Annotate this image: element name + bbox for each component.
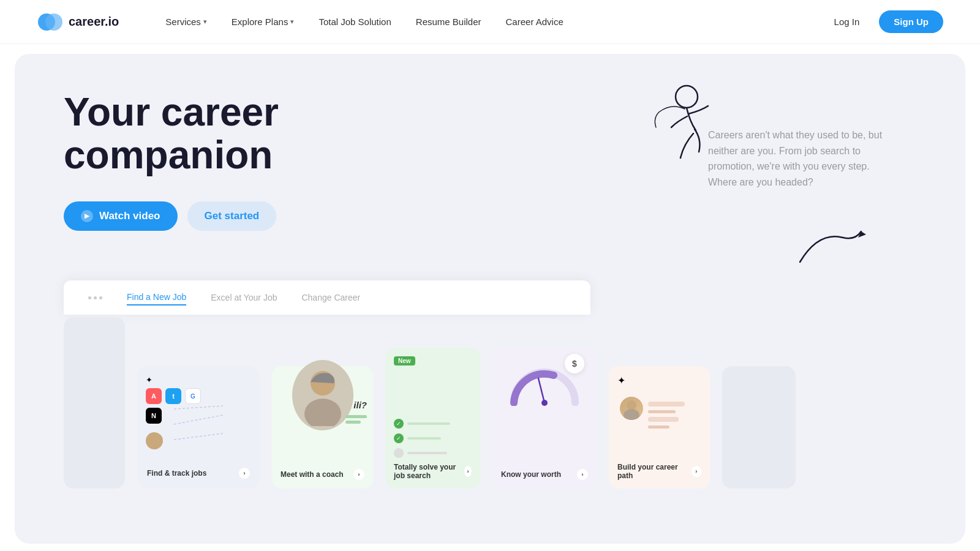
card-solve[interactable]: New ✓ ✓ Totally solve bbox=[385, 348, 480, 489]
tab-dot bbox=[94, 296, 97, 299]
coach-name-badge: ili? bbox=[353, 400, 367, 410]
career-avatar bbox=[620, 397, 643, 420]
tab-bar: Find a New Job Excel at Your Job Change … bbox=[64, 280, 590, 315]
placeholder-card-left bbox=[64, 317, 125, 489]
spark-icon: ✦ bbox=[146, 375, 156, 387]
svg-line-10 bbox=[538, 378, 545, 403]
tab-dot bbox=[99, 296, 102, 299]
hero-title: Your career companion bbox=[64, 91, 492, 177]
svg-line-5 bbox=[174, 406, 223, 409]
navbar: career.io Services ▾ Explore Plans ▾ Tot… bbox=[0, 0, 980, 44]
connect-lines bbox=[174, 403, 235, 454]
runner-illustration bbox=[641, 78, 733, 179]
tab-excel-at-job[interactable]: Excel at Your Job bbox=[211, 290, 277, 305]
arrow-button[interactable]: › bbox=[692, 466, 701, 477]
nav-actions: Log In Sign Up bbox=[824, 10, 943, 33]
card-find-track-label: Find & track jobs › bbox=[147, 468, 250, 479]
play-icon: ▶ bbox=[81, 210, 93, 222]
svg-line-6 bbox=[174, 415, 223, 424]
tab-find-new-job[interactable]: Find a New Job bbox=[127, 290, 186, 305]
coach-photo bbox=[292, 360, 353, 430]
notion-logo: N bbox=[146, 408, 162, 424]
twitter-logo: t bbox=[165, 388, 181, 404]
chevron-down-icon: ▾ bbox=[290, 18, 294, 26]
cards-area: ✦ A t G N Find & bbox=[64, 317, 965, 489]
dashboard-preview: Find a New Job Excel at Your Job Change … bbox=[64, 280, 965, 544]
nav-career-advice[interactable]: Career Advice bbox=[496, 12, 573, 32]
user-avatar bbox=[146, 432, 163, 449]
sparkle-icon: ✦ bbox=[617, 375, 625, 386]
dollar-badge: $ bbox=[565, 354, 584, 373]
svg-point-1 bbox=[45, 13, 62, 31]
check-item bbox=[394, 448, 472, 458]
arrow-button[interactable]: › bbox=[239, 468, 250, 479]
svg-point-12 bbox=[627, 400, 636, 410]
card-worth[interactable]: $ Know your worth › bbox=[492, 348, 597, 489]
check-line bbox=[407, 422, 450, 425]
svg-point-11 bbox=[541, 400, 548, 406]
arrow-button[interactable]: › bbox=[353, 469, 364, 480]
card-career[interactable]: ✦ Build your career path bbox=[609, 366, 710, 489]
tab-change-career[interactable]: Change Career bbox=[301, 290, 360, 305]
card-worth-label: Know your worth › bbox=[501, 469, 588, 480]
check-line bbox=[407, 437, 441, 440]
nav-links: Services ▾ Explore Plans ▾ Total Job Sol… bbox=[156, 12, 824, 32]
login-button[interactable]: Log In bbox=[824, 12, 870, 32]
svg-line-7 bbox=[174, 433, 223, 440]
airbnb-logo: A bbox=[146, 388, 162, 404]
checklist: ✓ ✓ bbox=[394, 419, 472, 458]
check-icon: ✓ bbox=[394, 433, 404, 443]
new-badge: New bbox=[394, 356, 415, 365]
nav-explore-plans[interactable]: Explore Plans ▾ bbox=[222, 12, 304, 32]
placeholder-card-right bbox=[722, 366, 796, 489]
nav-resume-builder[interactable]: Resume Builder bbox=[406, 12, 491, 32]
check-icon: ✓ bbox=[394, 419, 404, 429]
svg-point-13 bbox=[624, 409, 639, 420]
arrow-button[interactable]: › bbox=[577, 469, 588, 480]
check-line bbox=[407, 452, 447, 454]
logo-icon bbox=[37, 9, 64, 36]
arrow-button[interactable]: › bbox=[464, 466, 472, 477]
check-item: ✓ bbox=[394, 433, 472, 443]
svg-point-9 bbox=[304, 399, 341, 426]
card-career-label: Build your career path › bbox=[617, 463, 701, 480]
get-started-button[interactable]: Get started bbox=[187, 201, 277, 231]
coach-response-lines bbox=[345, 415, 367, 424]
card-coach-label: Meet with a coach › bbox=[281, 469, 364, 480]
tab-dot bbox=[88, 296, 91, 299]
chevron-down-icon: ▾ bbox=[203, 18, 207, 26]
career-path-lines bbox=[648, 402, 685, 429]
google-logo: G bbox=[185, 388, 201, 404]
svg-text:✦: ✦ bbox=[146, 375, 153, 384]
watch-video-button[interactable]: ▶ Watch video bbox=[64, 201, 178, 231]
hero-section: Your career companion ▶ Watch video Get … bbox=[15, 54, 965, 544]
nav-total-job-solution[interactable]: Total Job Solution bbox=[309, 12, 401, 32]
svg-point-3 bbox=[676, 86, 698, 108]
hero-description: Careers aren't what they used to be, but… bbox=[708, 127, 892, 190]
card-coach[interactable]: ili? Meet with a coach › bbox=[272, 366, 373, 489]
hero-buttons: ▶ Watch video Get started bbox=[64, 201, 492, 231]
logo-link[interactable]: career.io bbox=[37, 9, 119, 36]
tab-dots bbox=[88, 296, 102, 299]
logo-text: career.io bbox=[69, 15, 119, 29]
signup-button[interactable]: Sign Up bbox=[879, 10, 943, 33]
arrow-decoration bbox=[794, 219, 867, 271]
card-solve-label: Totally solve your job search › bbox=[394, 463, 472, 480]
hero-content: Your career companion ▶ Watch video Get … bbox=[64, 91, 492, 231]
nav-services[interactable]: Services ▾ bbox=[156, 12, 217, 32]
check-item: ✓ bbox=[394, 419, 472, 429]
check-icon bbox=[394, 448, 404, 458]
card-find-track[interactable]: ✦ A t G N Find & bbox=[137, 366, 260, 489]
